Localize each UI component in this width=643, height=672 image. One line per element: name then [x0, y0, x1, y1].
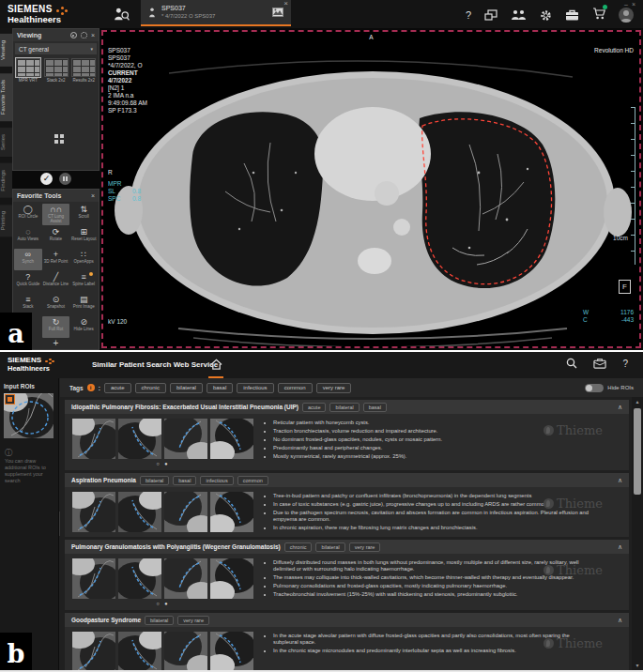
disease-tag-chip[interactable]: acute [302, 403, 326, 412]
disease-tag-chip[interactable]: very rare [177, 616, 209, 625]
collapse-chevron-icon[interactable]: ∧ [618, 543, 622, 550]
case-roi-thumbnail[interactable] [164, 492, 207, 532]
disease-tag-chip[interactable]: infectious [200, 476, 233, 485]
case-roi-thumbnail[interactable] [164, 419, 207, 459]
accept-button[interactable]: ✓ [40, 173, 53, 185]
disease-tag-chip[interactable]: basal [363, 403, 387, 412]
tool-button[interactable]: ? Quick Guide [14, 271, 42, 293]
avatar[interactable] [619, 8, 634, 23]
help-icon[interactable]: ? [466, 8, 471, 23]
side-tab[interactable]: Favorite Tools [0, 73, 12, 121]
side-tab[interactable]: Findings [0, 163, 12, 198]
cart-icon[interactable] [592, 7, 605, 23]
tool-button[interactable]: ∷ OpenApps [69, 249, 98, 270]
patient-search-icon[interactable] [113, 7, 130, 22]
capture-icon[interactable] [70, 32, 77, 38]
collapse-chevron-icon[interactable]: ∧ [618, 617, 622, 623]
case-roi-thumbnail[interactable] [210, 419, 253, 459]
disease-tag-chip[interactable]: bilateral [329, 403, 359, 412]
tool-button[interactable]: ≡ Spine Label [69, 271, 98, 293]
results-scrollbar[interactable]: ▴ ▾ [632, 397, 643, 670]
tool-button[interactable]: ⊞ Reset Layout [69, 226, 98, 248]
case-roi-thumbnail[interactable] [118, 558, 161, 599]
tag-filter-chip[interactable]: basal [207, 383, 233, 393]
case-roi-thumbnail[interactable] [72, 492, 115, 532]
case-roi-thumbnail[interactable] [164, 558, 207, 599]
ct-axial-image[interactable] [103, 32, 639, 346]
help-icon[interactable]: ? [622, 359, 628, 369]
tool-button[interactable]: ▤ Print Image [69, 294, 98, 315]
pause-button[interactable] [59, 173, 71, 185]
side-tab[interactable]: Series [0, 128, 12, 157]
collapse-chevron-icon[interactable]: ∧ [618, 477, 622, 483]
disease-tag-chip[interactable]: very rare [349, 542, 381, 552]
tool-button[interactable]: ∞ Synch [14, 249, 42, 270]
case-roi-thumbnail[interactable] [210, 632, 253, 670]
case-roi-thumbnail[interactable] [118, 419, 161, 459]
case-icon[interactable] [593, 358, 606, 369]
tag-filter-chip[interactable]: common [278, 383, 313, 393]
case-roi-thumbnail[interactable] [72, 632, 115, 670]
users-icon[interactable] [511, 9, 527, 21]
layout-preset[interactable]: Results 2x2 [70, 58, 97, 83]
case-roi-thumbnail[interactable] [72, 419, 115, 459]
search-icon[interactable] [566, 358, 577, 369]
tool-button[interactable]: ⊙ Snapshot [42, 294, 70, 315]
side-tab[interactable]: Printing [0, 205, 12, 237]
thumbnail-pager-dots[interactable]: ○ ● [72, 461, 253, 466]
settings-gear-icon[interactable] [540, 9, 552, 22]
disease-entry-header[interactable]: Aspiration Pneumonia bilateral basal inf… [65, 473, 629, 487]
tool-button[interactable]: ╱ Distance Line [42, 271, 70, 293]
layout-preset[interactable]: Stack 2x2 [43, 58, 69, 83]
tag-filter-chip[interactable]: very rare [316, 383, 352, 393]
disease-tag-chip[interactable]: common [237, 476, 268, 485]
case-roi-thumbnail[interactable] [164, 632, 207, 670]
hide-rois-toggle[interactable] [585, 384, 604, 392]
home-tab[interactable] [208, 357, 223, 378]
briefcase-icon[interactable] [565, 9, 579, 21]
layout-preset-dropdown[interactable]: CT general ▾ [15, 43, 97, 54]
disease-tag-chip[interactable]: chronic [284, 542, 313, 552]
panel-settings-icon[interactable] [81, 32, 87, 38]
tag-filter-chip[interactable]: infectious [237, 383, 273, 393]
roi-edit-icon[interactable] [5, 394, 15, 405]
tag-filter-chip[interactable]: chronic [135, 383, 166, 393]
tags-info-icon[interactable]: i [87, 384, 95, 391]
disease-tag-chip[interactable]: bilateral [145, 616, 174, 625]
disease-tag-chip[interactable]: bilateral [315, 542, 344, 552]
disease-entry-header[interactable]: Goodpasture Syndrome bilateral very rare… [65, 613, 629, 627]
thumbnail-pager-dots[interactable]: ○ ● [72, 601, 253, 606]
viewing-close-icon[interactable]: × [91, 32, 95, 38]
windows-layout-icon[interactable] [484, 9, 498, 21]
case-roi-thumbnail[interactable] [118, 492, 161, 532]
series-image-icon[interactable] [272, 8, 283, 17]
tool-button[interactable]: ∩∩ CT Lung Assist [42, 204, 70, 225]
case-roi-thumbnail[interactable] [210, 492, 253, 532]
side-tab[interactable]: Viewing [0, 34, 12, 67]
scroll-down-icon[interactable]: ▾ [632, 661, 643, 670]
tab-close-icon[interactable]: × [283, 0, 288, 8]
tool-button[interactable]: ◌ Auto Views [14, 226, 42, 248]
case-roi-thumbnail[interactable] [72, 558, 115, 599]
disease-tag-chip[interactable]: bilateral [140, 476, 169, 485]
more-layouts-icon[interactable] [54, 134, 58, 138]
scroll-up-icon[interactable]: ▴ [632, 397, 643, 406]
collapse-chevron-icon[interactable]: ∧ [618, 404, 622, 410]
tool-button[interactable]: ⊘ Hide Lines [69, 316, 98, 338]
disease-tag-chip[interactable]: basal [173, 476, 196, 485]
input-roi-thumbnail[interactable] [4, 393, 54, 438]
tool-button[interactable]: + 3D Ref Point [42, 249, 70, 270]
tool-button[interactable]: ⇅ Scroll [69, 204, 98, 225]
scrollbar-thumb[interactable] [634, 408, 641, 495]
tool-button[interactable]: ↻ Full Rot [42, 316, 70, 338]
case-roi-thumbnail[interactable] [118, 632, 161, 670]
case-roi-thumbnail[interactable] [210, 558, 253, 599]
disease-entry-header[interactable]: Idiopathic Pulmonary Fibrosis: Exacerbat… [65, 400, 629, 414]
tag-filter-chip[interactable]: bilateral [170, 383, 203, 393]
favorite-tools-close-icon[interactable]: × [91, 192, 95, 199]
patient-tab[interactable]: SPS037 * 4/7/2022 O SPS037 × [141, 0, 291, 26]
disease-entry-header[interactable]: Pulmonary Granulomatosis with Polyangiit… [65, 540, 629, 554]
tool-button[interactable]: ⟳ Rotate [42, 226, 70, 248]
tool-button[interactable]: ◯ ROI Circle [14, 204, 42, 225]
tag-filter-chip[interactable]: acute [104, 383, 131, 393]
